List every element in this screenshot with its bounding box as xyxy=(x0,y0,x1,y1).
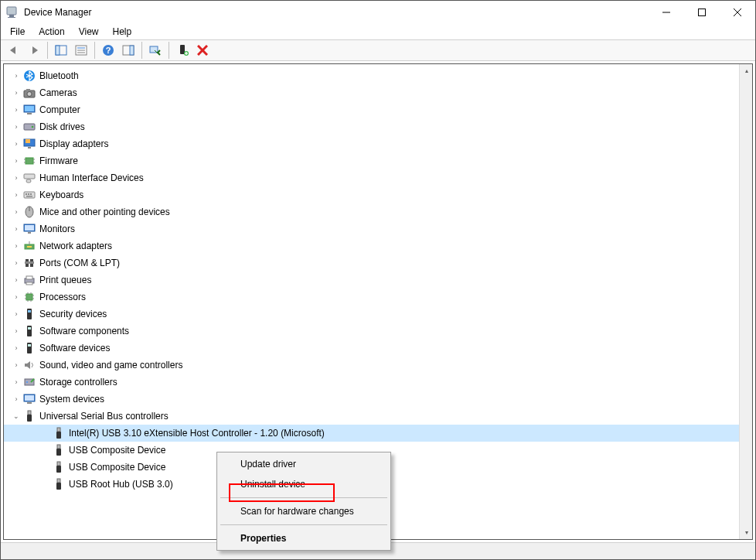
tree-label: Bluetooth xyxy=(39,70,79,81)
expand-icon[interactable]: › xyxy=(10,276,22,284)
expand-icon[interactable]: › xyxy=(10,157,22,165)
tree-category[interactable]: ›Processors xyxy=(4,289,739,306)
expand-icon[interactable]: › xyxy=(10,361,22,369)
context-item-properties[interactable]: Properties xyxy=(219,528,389,548)
tree-category[interactable]: ›Cameras xyxy=(4,84,739,101)
tree-category[interactable]: ›Computer xyxy=(4,101,739,118)
svg-rect-34 xyxy=(26,139,30,143)
tree-label: Mice and other pointing devices xyxy=(39,207,170,217)
tree-device[interactable]: Intel(R) USB 3.10 eXtensible Host Contro… xyxy=(4,425,739,442)
tree-category[interactable]: ⌄Universal Serial Bus controllers xyxy=(4,408,739,425)
tree-category[interactable]: ›Firmware xyxy=(4,152,739,169)
context-item-uninstall-device[interactable]: Uninstall device xyxy=(219,474,389,494)
context-item-update-driver[interactable]: Update driver xyxy=(219,454,389,474)
tree-category[interactable]: ›Human Interface Devices xyxy=(4,169,739,186)
expand-icon[interactable]: › xyxy=(10,395,22,403)
bluetooth-icon xyxy=(22,70,36,82)
security-icon xyxy=(22,308,36,320)
expand-icon[interactable]: › xyxy=(10,242,22,250)
tree-category[interactable]: ›Keyboards xyxy=(4,186,739,203)
tree-category[interactable]: ›Print queues xyxy=(4,271,739,289)
menu-action[interactable]: Action xyxy=(32,25,70,39)
help-button[interactable]: ? xyxy=(98,41,118,60)
menu-view[interactable]: View xyxy=(73,25,105,39)
expand-icon[interactable]: › xyxy=(10,72,22,80)
scroll-down-icon[interactable]: ▾ xyxy=(740,526,753,539)
printer-icon xyxy=(22,274,36,286)
svg-rect-88 xyxy=(57,462,60,466)
tree-label: USB Composite Device xyxy=(69,445,165,456)
svg-rect-36 xyxy=(26,158,33,164)
tree-category[interactable]: ›Bluetooth xyxy=(4,67,739,84)
expand-icon[interactable]: › xyxy=(10,106,22,114)
tree-category[interactable]: ›Software components xyxy=(4,323,739,340)
firmware-icon xyxy=(22,155,36,167)
tree-category[interactable]: ›Software devices xyxy=(4,340,739,357)
tree-label: Ports (COM & LPT) xyxy=(39,258,120,268)
properties-toolbar-button[interactable] xyxy=(71,41,91,60)
svg-rect-83 xyxy=(27,415,32,422)
usb-icon xyxy=(22,410,36,422)
expand-icon[interactable]: › xyxy=(10,140,22,148)
context-item-scan-for-hardware-changes[interactable]: Scan for hardware changes xyxy=(219,501,389,521)
port-icon xyxy=(22,257,36,269)
expand-icon[interactable]: › xyxy=(10,191,22,199)
scroll-up-icon[interactable]: ▴ xyxy=(740,64,753,77)
expand-icon[interactable]: › xyxy=(10,89,22,97)
tree-category[interactable]: ›Mice and other pointing devices xyxy=(4,203,739,220)
tree-category[interactable]: ›Disk drives xyxy=(4,118,739,135)
expand-icon[interactable]: › xyxy=(10,123,22,131)
tree-category[interactable]: ›Sound, video and game controllers xyxy=(4,357,739,374)
svg-rect-61 xyxy=(26,282,32,285)
expand-icon[interactable]: › xyxy=(10,225,22,233)
expand-icon[interactable]: › xyxy=(10,208,22,216)
menu-file[interactable]: File xyxy=(4,25,31,39)
minimize-button[interactable] xyxy=(649,1,684,24)
expand-icon[interactable]: › xyxy=(10,344,22,352)
svg-rect-0 xyxy=(7,7,16,15)
tree-category[interactable]: ›Network adapters xyxy=(4,237,739,254)
title-bar: Device Manager xyxy=(1,1,755,24)
tree-category[interactable]: ›Ports (COM & LPT) xyxy=(4,254,739,271)
svg-rect-30 xyxy=(27,113,32,114)
toolbar-separator xyxy=(47,42,48,59)
svg-rect-44 xyxy=(26,193,27,195)
collapse-icon[interactable]: ⌄ xyxy=(10,412,22,420)
back-button[interactable] xyxy=(4,41,24,60)
expand-icon[interactable]: › xyxy=(10,310,22,318)
expand-icon[interactable]: › xyxy=(10,327,22,335)
tree-label: Security devices xyxy=(39,309,107,319)
svg-point-32 xyxy=(32,126,34,128)
forward-button[interactable] xyxy=(24,41,44,60)
vertical-scrollbar[interactable]: ▴ ▾ xyxy=(739,64,752,539)
svg-rect-42 xyxy=(26,179,31,183)
tree-category[interactable]: ›Display adapters xyxy=(4,135,739,152)
scan-hardware-button[interactable] xyxy=(145,41,165,60)
display-icon xyxy=(22,138,36,150)
svg-rect-16 xyxy=(130,46,134,55)
tree-category[interactable]: ›Security devices xyxy=(4,306,739,323)
svg-rect-60 xyxy=(26,276,32,279)
svg-rect-46 xyxy=(30,193,32,195)
system-icon xyxy=(22,393,36,405)
expand-icon[interactable]: › xyxy=(10,378,22,386)
show-hide-tree-button[interactable] xyxy=(51,41,71,60)
toolbar-separator xyxy=(94,42,95,59)
expand-icon[interactable]: › xyxy=(10,174,22,182)
svg-rect-41 xyxy=(24,174,35,179)
menu-help[interactable]: Help xyxy=(107,25,138,39)
maximize-button[interactable] xyxy=(684,1,720,24)
add-driver-button[interactable] xyxy=(172,41,192,60)
tree-label: Keyboards xyxy=(39,190,83,200)
menu-bar: File Action View Help xyxy=(1,24,755,39)
expand-icon[interactable]: › xyxy=(10,293,22,301)
expand-icon[interactable]: › xyxy=(10,259,22,267)
software-icon xyxy=(22,325,36,337)
tree-category[interactable]: ›Monitors xyxy=(4,220,739,237)
uninstall-button[interactable] xyxy=(192,41,213,60)
action-pane-button[interactable] xyxy=(118,41,138,60)
close-button[interactable] xyxy=(720,1,755,24)
tree-category[interactable]: ›System devices xyxy=(4,391,739,408)
sound-icon xyxy=(22,359,36,371)
tree-category[interactable]: ›Storage controllers xyxy=(4,374,739,391)
